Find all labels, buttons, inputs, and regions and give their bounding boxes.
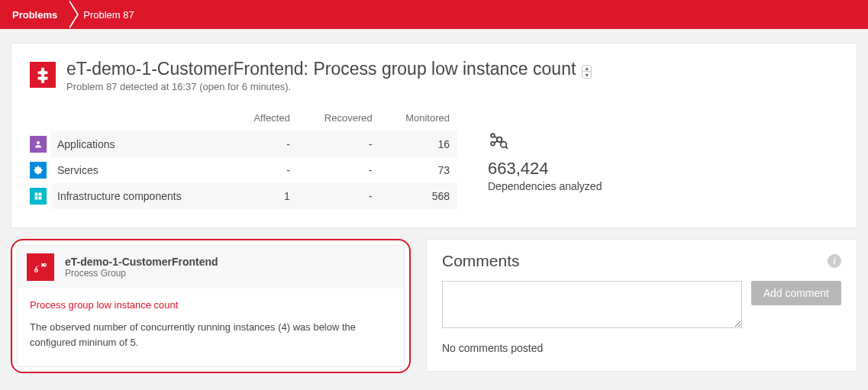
dependencies-label: Dependencies analyzed <box>488 180 602 192</box>
breadcrumb-separator <box>68 0 77 29</box>
row-monitored: 568 <box>380 183 457 209</box>
process-group-icon <box>27 253 54 281</box>
row-label: Infrastructure components <box>51 183 231 209</box>
col-recovered: Recovered <box>298 112 380 131</box>
comments-empty-state: No comments posted <box>442 342 841 354</box>
problem-stepper[interactable]: ▲ ▼ <box>582 65 592 79</box>
svg-point-6 <box>491 142 495 146</box>
table-row[interactable]: Applications - - 16 <box>30 131 457 157</box>
col-label <box>30 112 231 131</box>
row-affected: - <box>231 157 298 183</box>
row-affected: 1 <box>231 183 298 209</box>
row-monitored: 73 <box>380 157 457 183</box>
event-description: The observed number of concurrently runn… <box>30 320 392 350</box>
row-recovered: - <box>298 157 380 183</box>
root-cause-card: eT-demo-1-CustomerFrontend Process Group… <box>11 239 411 373</box>
svg-rect-3 <box>35 197 38 200</box>
entity-name: eT-demo-1-CustomerFrontend <box>65 256 218 268</box>
row-recovered: - <box>298 183 380 209</box>
table-row[interactable]: Services - - 73 <box>30 157 457 183</box>
table-row[interactable]: Infrastructure components 1 - 568 <box>30 183 457 209</box>
impact-table: Affected Recovered Monitored Application… <box>30 112 457 209</box>
root-cause-header[interactable]: eT-demo-1-CustomerFrontend Process Group <box>18 246 404 288</box>
col-monitored: Monitored <box>380 112 457 131</box>
comments-card: Comments i Add comment No comments poste… <box>426 239 857 372</box>
comment-input[interactable] <box>442 281 742 328</box>
dependencies-count: 663,424 <box>488 159 602 179</box>
svg-point-10 <box>501 142 507 148</box>
event-title: Process group low instance count <box>30 299 392 311</box>
infrastructure-icon <box>30 188 47 205</box>
row-affected: - <box>231 131 298 157</box>
applications-icon <box>30 136 47 153</box>
col-affected: Affected <box>231 112 298 131</box>
breadcrumb-root[interactable]: Problems <box>11 0 68 29</box>
dependencies-icon <box>488 131 508 150</box>
svg-point-5 <box>491 134 495 137</box>
entity-type: Process Group <box>65 268 218 279</box>
page-title: eT-demo-1-CustomerFrontend: Process grou… <box>66 59 576 79</box>
svg-rect-4 <box>39 197 42 200</box>
svg-rect-1 <box>35 193 38 196</box>
row-label: Services <box>51 157 231 183</box>
svg-line-11 <box>505 147 508 149</box>
breadcrumb: Problems Problem 87 <box>0 0 868 29</box>
stepper-down-icon[interactable]: ▼ <box>582 72 591 78</box>
services-icon <box>30 162 47 179</box>
svg-line-8 <box>495 137 498 139</box>
add-comment-button[interactable]: Add comment <box>751 281 841 305</box>
row-recovered: - <box>298 131 380 157</box>
svg-point-12 <box>35 269 38 272</box>
breadcrumb-current: Problem 87 <box>79 0 144 29</box>
info-icon[interactable]: i <box>828 254 841 268</box>
row-label: Applications <box>51 131 231 157</box>
problem-icon <box>30 62 56 88</box>
page-subtitle: Problem 87 detected at 16:37 (open for 6… <box>66 81 838 92</box>
comments-title: Comments <box>442 252 828 270</box>
svg-point-0 <box>37 141 40 144</box>
svg-rect-2 <box>39 193 42 196</box>
stepper-up-icon[interactable]: ▲ <box>582 66 591 72</box>
dependencies-block: 663,424 Dependencies analyzed <box>488 112 602 209</box>
problem-summary-card: eT-demo-1-CustomerFrontend: Process grou… <box>11 43 857 228</box>
svg-line-9 <box>495 141 498 143</box>
row-monitored: 16 <box>380 131 457 157</box>
